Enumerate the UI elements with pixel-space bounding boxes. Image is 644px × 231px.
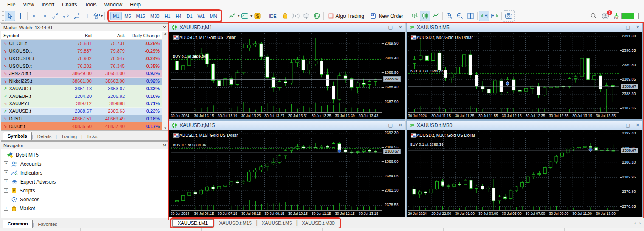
time-axis[interactable]: 30 Jul 202430 Jul 06:1530 Jul 07:1530 Ju… (171, 211, 382, 217)
vps-icon[interactable] (301, 11, 312, 21)
table-row[interactable]: ↗XAUUSD.t2388.672389.630.23% (1, 108, 169, 115)
maximize-icon[interactable]: ▢ (625, 122, 630, 128)
chart-plot[interactable]: XAUUSD.t, M30: Gold US DollarBUY 0.1 at … (408, 131, 619, 211)
chart-tab-xauusd-t-m1[interactable]: XAUUSD.t,M1 (172, 219, 213, 227)
chart-tab-xauusd-t-m30[interactable]: XAUUSD.t,M30 (298, 220, 338, 226)
candlestick-chart-icon[interactable] (420, 11, 430, 21)
tab-common[interactable]: Common (3, 220, 33, 228)
templates-icon[interactable] (239, 11, 250, 21)
price-axis[interactable]: 2391.302390.552389.802389.052388.302387.… (619, 33, 642, 113)
column-symbol[interactable]: Symbol (1, 33, 61, 38)
menu-window[interactable]: Window (101, 1, 127, 8)
table-row[interactable]: ↗XAUAUD.t3651.183653.070.33% (1, 85, 169, 93)
connection-icon[interactable]: LVL (613, 12, 639, 20)
timeframe-button-m15[interactable]: M15 (134, 12, 148, 20)
timeframe-button-mn[interactable]: MN (207, 12, 219, 20)
minimize-icon[interactable]: — (615, 25, 619, 30)
ide-button[interactable]: IDE (266, 12, 279, 20)
close-icon[interactable]: ✕ (636, 25, 640, 30)
chart-window-titlebar[interactable]: XAUUSD.t,M15—▢✕ (169, 121, 405, 130)
close-icon[interactable]: ✕ (163, 143, 166, 148)
pointer-icon[interactable] (5, 11, 15, 21)
tab-trading[interactable]: Trading (57, 133, 81, 140)
expand-icon[interactable]: + (4, 188, 8, 193)
column-daily-change[interactable]: Daily Change (127, 33, 162, 38)
timeframe-button-d1[interactable]: D1 (184, 12, 195, 20)
menu-view[interactable]: View (19, 1, 38, 8)
table-row[interactable]: ↘DJ30.t40667.5140669.490.18% (1, 115, 169, 123)
line-chart-icon[interactable] (430, 11, 441, 21)
menu-help[interactable]: Help (126, 1, 144, 8)
trendline-icon[interactable] (50, 11, 61, 21)
expand-icon[interactable]: + (4, 170, 8, 175)
timeframe-button-h4[interactable]: H4 (173, 12, 184, 20)
search-icon[interactable] (590, 12, 597, 19)
navigator-item-accounts[interactable]: +Accounts (4, 159, 169, 168)
timeframe-button-w1[interactable]: W1 (195, 12, 208, 20)
text-icon[interactable] (82, 11, 93, 21)
table-row[interactable]: ↘UKOUSDft.t78.90278.947-0.24% (1, 55, 169, 63)
chart-window-titlebar[interactable]: XAUUSD.t,M30—▢✕ (407, 121, 642, 130)
market-icon[interactable] (280, 11, 290, 21)
tab-scroll-left-icon[interactable]: ‹ (634, 221, 636, 225)
chart-plot[interactable]: XAUUSD.t, M15: Gold US DollarBUY 0.1 at … (171, 131, 382, 211)
chart-plot[interactable]: XAUUSD.t, M5: Gold US DollarBUY 0.1 at 2… (408, 33, 619, 113)
table-row[interactable]: ↘DJ30ft.t40835.6040837.400.17% (1, 122, 169, 130)
minimize-icon[interactable]: — (377, 123, 382, 128)
table-row[interactable]: ↘UKOUSD.t79.83779.879-0.29% (1, 47, 169, 55)
maximize-icon[interactable]: ▢ (625, 25, 630, 30)
algo-trading-button[interactable]: Algo Trading (325, 12, 367, 20)
navigator-item-bybit-mt5[interactable]: Bybit MT5 (4, 150, 169, 159)
expand-icon[interactable]: + (4, 179, 8, 184)
tab-favorites[interactable]: Favorites (34, 220, 62, 228)
bar-chart-icon[interactable] (409, 11, 420, 21)
signals-icon[interactable] (290, 11, 301, 21)
close-icon[interactable]: ✕ (636, 122, 640, 128)
shift-end-icon[interactable] (479, 11, 489, 21)
menu-file[interactable]: File (3, 1, 19, 8)
table-row[interactable]: ↘CL-OIL.t75.68175.731-0.26% (1, 40, 169, 47)
zoom-in-icon[interactable] (444, 11, 455, 21)
navigator-item-market[interactable]: +Market (4, 204, 169, 213)
table-row[interactable]: ↘USOUSD.t76.30276.345-0.35% (1, 62, 169, 70)
timeframe-button-m30[interactable]: M30 (148, 12, 162, 20)
close-icon[interactable]: ✕ (399, 122, 402, 128)
scroll-down-icon[interactable]: ▼ (164, 126, 167, 130)
table-row[interactable]: ↘XAUJPY.t3697123698980.71% (1, 100, 169, 108)
currency-icon[interactable]: $ (252, 11, 263, 21)
menu-tools[interactable]: Tools (81, 1, 101, 8)
horizontal-line-icon[interactable] (39, 11, 50, 21)
maximize-icon[interactable]: ▢ (388, 122, 392, 128)
close-icon[interactable]: ✕ (163, 25, 166, 30)
tab-ticks[interactable]: Ticks (82, 133, 101, 140)
minimize-icon[interactable]: — (615, 123, 619, 128)
chart-window-titlebar[interactable]: XAUUSD.t,M5—▢✕ (407, 23, 642, 32)
expand-icon[interactable]: + (4, 206, 8, 211)
notifications-icon[interactable]: 1 (602, 12, 609, 20)
table-row[interactable]: ↗XAUEUR.t2204.202205.920.10% (1, 92, 169, 100)
tab-scroll-right-icon[interactable]: › (639, 221, 641, 225)
new-order-button[interactable]: New Order (367, 11, 406, 20)
price-axis[interactable]: 2392.302389.552386.802384.052381.302378.… (382, 131, 405, 211)
time-axis[interactable]: 30 Jul 202430 Jul 11:1530 Jul 11:3530 Ju… (408, 113, 619, 119)
shapes-icon[interactable]: ▾ (93, 11, 103, 21)
chart-tab-xauusd-t-m15[interactable]: XAUUSD.t,M15 (215, 220, 256, 226)
chart-plot[interactable]: XAUUSD.t, M1: Gold US DollarBUY 0.1 at 2… (171, 33, 382, 113)
community-icon[interactable] (312, 11, 322, 21)
indicators-icon[interactable] (227, 11, 237, 21)
column-ask[interactable]: Ask (94, 33, 127, 38)
screenshot-icon[interactable] (503, 10, 515, 22)
zoom-out-icon[interactable] (455, 11, 465, 21)
table-row[interactable]: ↘Nikkei225.t38661.0038663.000.92% (1, 78, 169, 85)
crosshair-icon[interactable] (15, 11, 26, 21)
minimize-icon[interactable]: — (377, 25, 382, 30)
chart-tab-xauusd-t-m5[interactable]: XAUUSD.t,M5 (258, 220, 296, 226)
chart-window-titlebar[interactable]: XAUUSD.t,M1—▢✕ (169, 23, 405, 32)
time-axis[interactable]: 29 Jul 202429 Jul 22:0030 Jul 01:0030 Ju… (408, 211, 619, 217)
navigator-item-scripts[interactable]: +Scripts (4, 186, 169, 195)
auto-scroll-icon[interactable] (489, 11, 500, 21)
tab-details[interactable]: Details (33, 133, 56, 140)
table-row[interactable]: ↘JPN225ft.t38649.0038651.000.93% (1, 70, 169, 78)
maximize-icon[interactable]: ▢ (388, 25, 392, 30)
timeframe-button-m1[interactable]: M1 (110, 12, 122, 20)
